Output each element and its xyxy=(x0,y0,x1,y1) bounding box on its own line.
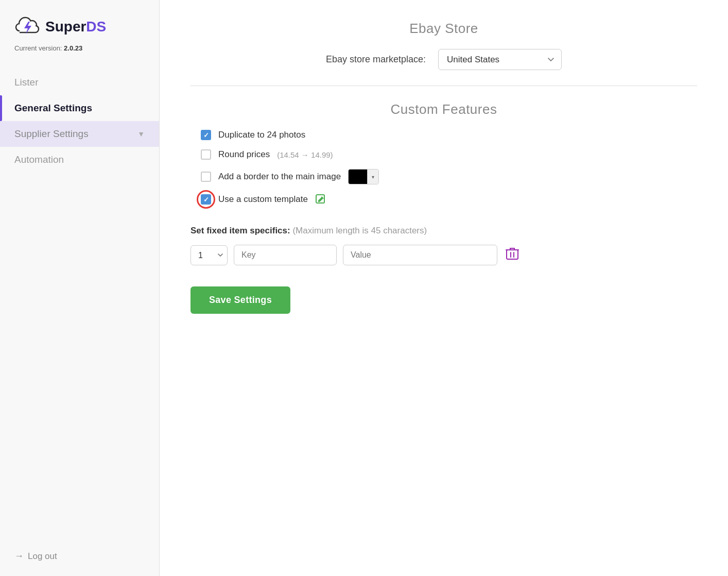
checkbox-wrapper-duplicate-photos xyxy=(201,130,211,140)
value-input[interactable] xyxy=(343,245,497,265)
sidebar-item-lister[interactable]: Lister xyxy=(0,70,159,95)
marketplace-label: Ebay store marketplace: xyxy=(326,54,426,65)
save-settings-button[interactable]: Save Settings xyxy=(190,286,290,314)
ebay-store-section: Ebay Store Ebay store marketplace: Unite… xyxy=(190,21,697,70)
item-specifics-hint: (Maximum length is 45 characters) xyxy=(292,226,427,235)
key-input[interactable] xyxy=(234,245,337,265)
section-divider xyxy=(190,86,697,86)
checkbox-custom-template[interactable] xyxy=(201,194,211,205)
color-dropdown-icon[interactable]: ▾ xyxy=(367,170,378,184)
edit-template-icon[interactable] xyxy=(315,194,326,205)
ebay-store-title: Ebay Store xyxy=(190,21,697,37)
item-specifics-row: 1 2 3 4 5 xyxy=(190,244,697,266)
main-content: Ebay Store Ebay store marketplace: Unite… xyxy=(160,0,728,576)
logo-area: SuperDS Current version: 2.0.23 xyxy=(0,0,159,60)
item-specifics-section: Set fixed item specifics: (Maximum lengt… xyxy=(190,226,697,266)
app-name: SuperDS xyxy=(45,19,106,35)
custom-features-section: Custom Features Duplicate to 24 photos R… xyxy=(190,101,697,205)
checkbox-wrapper-round-prices xyxy=(201,149,211,160)
version-text: Current version: 2.0.23 xyxy=(14,44,82,52)
color-picker-button[interactable]: ▾ xyxy=(348,169,379,184)
delete-row-button[interactable] xyxy=(504,244,521,266)
sidebar-item-general-settings[interactable]: General Settings xyxy=(0,95,159,121)
sidebar-bottom: → Log out xyxy=(0,536,159,576)
sidebar: SuperDS Current version: 2.0.23 Lister G… xyxy=(0,0,160,576)
item-specifics-label: Set fixed item specifics: (Maximum lengt… xyxy=(190,226,697,236)
logout-button[interactable]: → Log out xyxy=(14,551,145,562)
sidebar-item-automation[interactable]: Automation xyxy=(0,147,159,173)
marketplace-select[interactable]: United States United Kingdom Canada Aust… xyxy=(438,49,562,70)
logo-wrap: SuperDS xyxy=(14,14,106,39)
svg-rect-1 xyxy=(507,250,518,259)
feature-label-duplicate-photos: Duplicate to 24 photos xyxy=(218,130,305,140)
chevron-down-icon: ▼ xyxy=(137,130,145,138)
logout-arrow-icon: → xyxy=(14,551,24,562)
feature-list: Duplicate to 24 photos Round prices (14.… xyxy=(190,130,697,205)
marketplace-row: Ebay store marketplace: United States Un… xyxy=(190,49,697,70)
feature-row-custom-template: Use a custom template xyxy=(201,194,697,205)
feature-row-round-prices: Round prices (14.54 → 14.99) xyxy=(201,149,697,160)
feature-label-border-image: Add a border to the main image xyxy=(218,172,341,182)
checkbox-wrapper-border-image xyxy=(201,172,211,182)
item-number-select[interactable]: 1 2 3 4 5 xyxy=(190,245,228,265)
sidebar-nav: Lister General Settings Supplier Setting… xyxy=(0,60,159,173)
app-logo-icon xyxy=(14,14,41,39)
feature-label-custom-template: Use a custom template xyxy=(218,194,308,205)
feature-subtext-round-prices: (14.54 → 14.99) xyxy=(277,150,333,159)
sidebar-item-supplier-settings[interactable]: Supplier Settings ▼ xyxy=(0,121,159,147)
checkbox-duplicate-photos[interactable] xyxy=(201,130,211,140)
highlight-ring xyxy=(197,190,215,209)
checkbox-wrapper-custom-template xyxy=(201,194,211,205)
feature-row-border-image: Add a border to the main image ▾ xyxy=(201,169,697,184)
checkbox-round-prices[interactable] xyxy=(201,149,211,160)
color-swatch xyxy=(349,170,367,184)
feature-label-round-prices: Round prices xyxy=(218,149,270,160)
feature-row-duplicate-photos: Duplicate to 24 photos xyxy=(201,130,697,140)
checkbox-border-image[interactable] xyxy=(201,172,211,182)
custom-features-title: Custom Features xyxy=(190,101,697,117)
